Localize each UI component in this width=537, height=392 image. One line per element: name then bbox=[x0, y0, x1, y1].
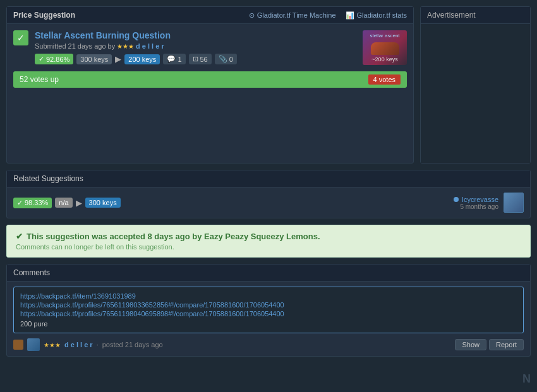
suggestion-title[interactable]: Stellar Ascent Burning Question bbox=[35, 30, 356, 40]
author-time: posted 21 days ago bbox=[102, 341, 163, 348]
suggestion-meta: Submitted 21 days ago by ★★★ d e l l e r bbox=[35, 42, 356, 50]
comment-author: ★★★ d e l l e r · posted 21 days ago bbox=[13, 338, 163, 351]
check-icon: ✓ bbox=[39, 55, 44, 63]
related-approval-tag: ✓ 98.33% bbox=[13, 198, 52, 208]
accepted-panel: ✔ This suggestion was accepted 8 days ag… bbox=[6, 225, 531, 258]
chart-icon: 📊 bbox=[346, 11, 354, 20]
old-price-tag: 300 keys bbox=[76, 54, 112, 64]
item-image-title: stellar ascent bbox=[364, 33, 406, 39]
username[interactable]: d e l l e r bbox=[136, 42, 164, 50]
user-stars: ★★★ bbox=[117, 43, 136, 50]
comment-plain: 200 pure bbox=[20, 320, 517, 328]
author-name[interactable]: d e l l e r bbox=[64, 341, 93, 348]
accepted-title: ✔ This suggestion was accepted 8 days ag… bbox=[16, 232, 521, 241]
vote-bar: 52 votes up 4 votes bbox=[13, 71, 407, 88]
arrow-icon-rel: ▶ bbox=[76, 198, 82, 208]
time-machine-link[interactable]: ⊙ Gladiator.tf Time Machine bbox=[249, 11, 336, 20]
item-image-price: ~200 keys bbox=[371, 56, 397, 62]
comment-footer: ★★★ d e l l e r · posted 21 days ago Sho… bbox=[13, 338, 524, 351]
related-username[interactable]: Icycrevasse bbox=[454, 196, 498, 203]
related-old-price-tag: n/a bbox=[55, 198, 72, 208]
author-separator: · bbox=[97, 341, 99, 348]
suggestion-card: ✓ Stellar Ascent Burning Question Submit… bbox=[13, 30, 407, 65]
ad-content bbox=[421, 24, 530, 163]
comment-text-box: https://backpack.tf/item/13691031989 htt… bbox=[13, 287, 524, 333]
arrow-icon: ▶ bbox=[115, 54, 121, 64]
price-suggestion-panel: Price Suggestion ⊙ Gladiator.tf Time Mac… bbox=[6, 6, 414, 163]
report-button[interactable]: Report bbox=[489, 339, 524, 350]
view-icon: ⊡ bbox=[193, 55, 198, 63]
author-badge-icon bbox=[13, 340, 23, 350]
related-user-meta: Icycrevasse 5 months ago bbox=[454, 196, 498, 210]
approval-tag: ✓ 92.86% bbox=[35, 54, 73, 64]
comments-tag: 💬 1 bbox=[163, 54, 185, 64]
check-icon-rel: ✓ bbox=[17, 199, 23, 207]
related-suggestions-panel: Related Suggestions ✓ 98.33% n/a ▶ 300 k… bbox=[6, 170, 531, 218]
votes-up-text: 52 votes up bbox=[20, 75, 59, 84]
tags-row: ✓ 92.86% 300 keys ▶ 200 keys 💬 1 bbox=[35, 54, 356, 64]
user-circle-icon bbox=[454, 197, 459, 202]
comment-link-3[interactable]: https://backpack.tf/profiles/76561198040… bbox=[20, 310, 517, 318]
views-tag: ⊡ 56 bbox=[189, 54, 212, 64]
related-user: Icycrevasse 5 months ago bbox=[454, 193, 524, 213]
panel-content: ✓ Stellar Ascent Burning Question Submit… bbox=[7, 24, 413, 94]
comments-content: https://backpack.tf/item/13691031989 htt… bbox=[7, 282, 530, 356]
watermark: N bbox=[522, 372, 531, 386]
panel-header-actions: ⊙ Gladiator.tf Time Machine 📊 Gladiator.… bbox=[249, 11, 407, 20]
comment-actions: Show Report bbox=[455, 339, 524, 350]
panel-title: Price Suggestion bbox=[13, 11, 75, 20]
related-new-price-tag: 300 keys bbox=[85, 198, 121, 208]
attachment-tag: 📎 0 bbox=[215, 54, 237, 64]
stats-link[interactable]: 📊 Gladiator.tf stats bbox=[346, 11, 407, 20]
comment-icon: 💬 bbox=[167, 55, 176, 63]
accepted-check: ✓ bbox=[13, 30, 28, 45]
votes-down: 4 votes bbox=[368, 74, 401, 85]
comments-panel: Comments https://backpack.tf/item/136910… bbox=[6, 264, 531, 357]
suggestion-info: Stellar Ascent Burning Question Submitte… bbox=[35, 30, 356, 64]
comments-header: Comments bbox=[7, 264, 530, 282]
panel-header: Price Suggestion ⊙ Gladiator.tf Time Mac… bbox=[7, 7, 413, 24]
author-stars: ★★★ bbox=[44, 342, 61, 348]
related-content: ✓ 98.33% n/a ▶ 300 keys Icycrevasse 5 mo… bbox=[7, 187, 530, 218]
related-header: Related Suggestions bbox=[7, 170, 530, 187]
clock-icon: ⊙ bbox=[249, 11, 255, 20]
item-image: stellar ascent ~200 keys bbox=[363, 30, 407, 65]
accepted-check-icon: ✔ bbox=[16, 232, 23, 241]
related-tags: ✓ 98.33% n/a ▶ 300 keys bbox=[13, 198, 121, 208]
related-user-avatar bbox=[504, 193, 524, 213]
new-price-tag: 200 keys bbox=[124, 54, 160, 64]
show-button[interactable]: Show bbox=[455, 339, 486, 350]
comment-link-2[interactable]: https://backpack.tf/profiles/76561198033… bbox=[20, 301, 517, 309]
item-shape bbox=[371, 42, 399, 55]
comment-link-1[interactable]: https://backpack.tf/item/13691031989 bbox=[20, 292, 517, 300]
advertisement-panel: Advertisement bbox=[420, 6, 531, 163]
attach-icon: 📎 bbox=[219, 55, 227, 63]
ad-header: Advertisement bbox=[421, 7, 530, 24]
related-time: 5 months ago bbox=[454, 203, 498, 210]
accepted-sub: Comments can no longer be left on this s… bbox=[16, 243, 521, 251]
author-avatar bbox=[27, 338, 40, 351]
